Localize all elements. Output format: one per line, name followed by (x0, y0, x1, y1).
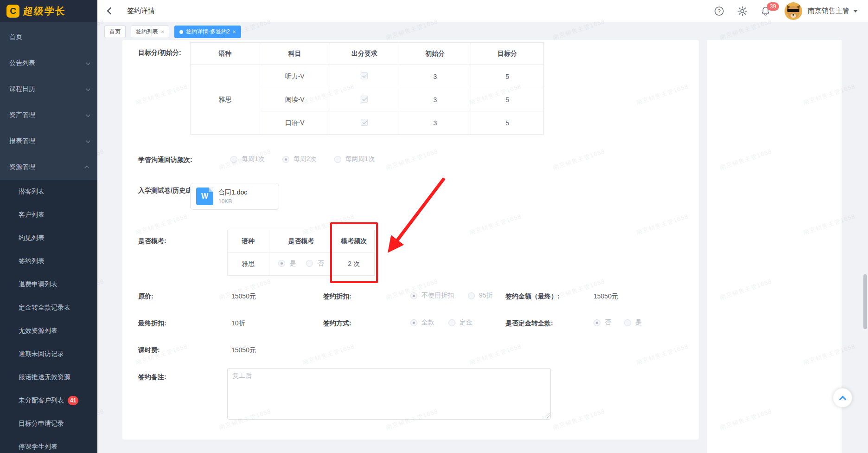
language-cell: 雅思 (228, 252, 269, 276)
tab-contract-detail[interactable]: 签约详情-多签约2 × (174, 26, 241, 38)
original-price-value: 15050元 (231, 292, 256, 301)
sidebar-subitem-pushed-invalid[interactable]: 服诺推送无效资源 (0, 366, 97, 389)
target-score-cell: 5 (471, 111, 544, 135)
question-circle-icon: ? (714, 6, 724, 16)
final-amount-value: 15050元 (594, 292, 618, 301)
file-size: 10KB (218, 198, 247, 205)
chevron-down-icon (86, 112, 90, 117)
subitem-label: 约见列表 (19, 234, 45, 242)
sidebar-subitem-deposit-to-full[interactable]: 定金转全款记录表 (0, 296, 97, 319)
help-button[interactable]: ? (711, 3, 727, 19)
sign-method-radio-group: 全款 定金 (410, 318, 472, 327)
col-header: 初始分 (399, 43, 471, 65)
radio-biweekly-once[interactable]: 每两周1次 (334, 155, 375, 163)
sidebar-submenu: 潜客列表 客户列表 约见列表 签约列表 退费申请列表 定金转全款记录表 无效资源… (0, 180, 97, 453)
radio-icon (624, 319, 631, 326)
radio-icon (410, 319, 417, 326)
svg-text:?: ? (718, 8, 721, 14)
chevron-down-icon (86, 86, 90, 91)
sidebar-subitem-invalid-resources[interactable]: 无效资源列表 (0, 319, 97, 343)
checkbox-checked[interactable] (361, 72, 368, 79)
subitem-label: 定金转全款记录表 (19, 304, 70, 312)
subitem-label: 退费申请列表 (19, 280, 57, 289)
sidebar-item-announcements[interactable]: 公告列表 (0, 50, 97, 76)
discount-radio-group: 不使用折扣 95折 (410, 291, 493, 300)
radio-deposit[interactable]: 定金 (448, 318, 472, 327)
checkbox-checked[interactable] (361, 119, 368, 126)
radio-icon (230, 156, 237, 163)
app-logo-text: 超级学长 (23, 5, 67, 18)
subitem-label: 目标分申请记录 (19, 420, 64, 428)
user-name[interactable]: 南京销售主管 (808, 6, 849, 15)
sidebar-subitem-unassigned-customers[interactable]: 未分配客户列表 41 (0, 389, 97, 412)
close-icon[interactable]: × (233, 29, 236, 35)
notifications-button[interactable]: 39 (758, 3, 773, 19)
score-required-cell (330, 88, 399, 111)
contract-detail-card: 目标分/初始分: 语种 科目 出分要求 初始分 目标分 雅思 听力-V 3 5 … (122, 40, 699, 440)
sidebar-subitem-prospects[interactable]: 潜客列表 (0, 180, 97, 203)
checkbox-checked[interactable] (361, 96, 368, 103)
radio-weekly-once[interactable]: 每周1次 (230, 155, 265, 163)
subitem-label: 签约列表 (19, 257, 45, 265)
sidebar-subitem-overdue-visits[interactable]: 逾期未回访记录 (0, 343, 97, 366)
attachment-file-card[interactable]: W 合同1.doc 10KB (190, 183, 279, 210)
file-info: 合同1.doc 10KB (218, 188, 247, 205)
sidebar: C 超级学长 首页 公告列表 课程日历 资产管理 报表管理 (0, 0, 97, 453)
close-icon[interactable]: × (161, 29, 164, 35)
resize-grip-icon[interactable] (544, 413, 549, 418)
radio-95-discount[interactable]: 95折 (468, 291, 493, 300)
tab-home[interactable]: 首页 (104, 26, 126, 38)
radio-mock-no[interactable]: 否 (306, 259, 324, 268)
sidebar-item-home[interactable]: 首页 (0, 24, 97, 50)
lesson-fee-label: 课时费: (138, 346, 160, 355)
sidebar-subitem-target-score-requests[interactable]: 目标分申请记录 (0, 412, 97, 435)
avatar[interactable] (785, 2, 802, 20)
app-logo[interactable]: C 超级学长 (0, 0, 97, 22)
subitem-label: 停课学生列表 (19, 443, 57, 451)
back-arrow-icon (107, 7, 114, 15)
sidebar-item-asset-management[interactable]: 资产管理 (0, 102, 97, 128)
radio-deposit-yes[interactable]: 是 (624, 318, 642, 327)
vertical-scrollbar-thumb[interactable] (863, 274, 867, 329)
sidebar-item-course-calendar[interactable]: 课程日历 (0, 76, 97, 102)
col-header: 语种 (228, 230, 269, 252)
radio-weekly-twice[interactable]: 每周2次 (282, 155, 317, 163)
sidebar-item-label: 资源管理 (9, 163, 86, 171)
target-score-cell: 5 (471, 65, 544, 88)
radio-deposit-no[interactable]: 否 (594, 318, 611, 327)
tab-contract-list[interactable]: 签约列表 × (131, 26, 169, 38)
subitem-label: 逾期未回访记录 (19, 350, 64, 358)
sidebar-subitem-suspended-students[interactable]: 停课学生列表 (0, 435, 97, 453)
radio-full-payment[interactable]: 全款 (410, 318, 434, 327)
gear-icon (737, 6, 748, 17)
subitem-label: 无效资源列表 (19, 327, 57, 335)
deposit-to-full-radio-group: 否 是 (594, 318, 642, 327)
tab-label: 首页 (109, 28, 121, 36)
user-menu-caret-icon[interactable] (853, 10, 858, 13)
arrow-up-icon (839, 395, 846, 403)
sidebar-item-report-management[interactable]: 报表管理 (0, 128, 97, 154)
radio-icon (306, 260, 313, 267)
sidebar-subitem-customers[interactable]: 客户列表 (0, 203, 97, 226)
radio-no-discount[interactable]: 不使用折扣 (410, 291, 454, 300)
subitem-label: 未分配客户列表 (19, 396, 64, 405)
subitem-label: 客户列表 (19, 211, 45, 219)
tab-label: 签约列表 (136, 28, 158, 36)
sidebar-subitem-contracts[interactable]: 签约列表 (0, 250, 97, 273)
sidebar-subitem-refund-requests[interactable]: 退费申请列表 (0, 273, 97, 296)
col-header: 语种 (191, 43, 260, 65)
right-side-panel (707, 40, 842, 453)
target-score-cell: 5 (471, 88, 544, 111)
radio-mock-yes[interactable]: 是 (278, 259, 296, 268)
sidebar-item-resource-management[interactable]: 资源管理 (0, 154, 97, 180)
unassigned-count-badge: 41 (68, 396, 78, 405)
back-to-top-button[interactable] (833, 388, 852, 408)
chevron-down-icon (86, 60, 90, 65)
remark-textarea[interactable]: 复工后 (227, 368, 551, 420)
active-dot-icon (179, 30, 183, 34)
settings-button[interactable] (734, 3, 750, 19)
col-header: 模考频次 (333, 230, 375, 252)
back-button[interactable] (101, 0, 120, 22)
discount-label: 签约折扣: (323, 292, 351, 301)
sidebar-subitem-appointments[interactable]: 约见列表 (0, 226, 97, 250)
